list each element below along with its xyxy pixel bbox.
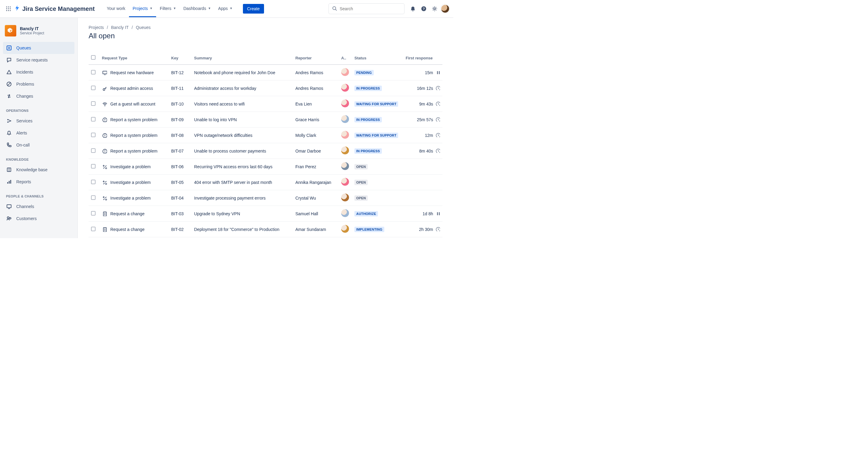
- row-checkbox[interactable]: [91, 180, 96, 184]
- column-header[interactable]: Summary: [192, 52, 293, 64]
- row-checkbox[interactable]: [91, 70, 96, 74]
- column-header[interactable]: Key: [169, 52, 192, 64]
- table-row[interactable]: Request a change BIT-01 Production syste…: [89, 237, 442, 238]
- assignee-avatar[interactable]: [341, 115, 349, 123]
- issue-key[interactable]: BIT-07: [169, 143, 192, 159]
- settings-icon[interactable]: [430, 4, 439, 13]
- sidebar-item-service-requests[interactable]: Service requests: [3, 54, 74, 66]
- status-badge[interactable]: OPEN: [354, 164, 368, 170]
- row-checkbox[interactable]: [91, 195, 96, 200]
- row-checkbox[interactable]: [91, 117, 96, 121]
- issue-key[interactable]: BIT-11: [169, 81, 192, 96]
- summary[interactable]: Administrator access for workday: [192, 81, 293, 96]
- search-input[interactable]: [340, 6, 401, 11]
- sidebar-item-channels[interactable]: Channels: [3, 201, 74, 213]
- row-checkbox[interactable]: [91, 101, 96, 106]
- app-switcher-icon[interactable]: [4, 4, 13, 13]
- assignee-avatar[interactable]: [341, 178, 349, 186]
- table-row[interactable]: Report a system problem BIT-09 Unable to…: [89, 112, 442, 127]
- column-header[interactable]: Request Type: [99, 52, 169, 64]
- assignee-avatar[interactable]: [341, 225, 349, 233]
- issue-key[interactable]: BIT-06: [169, 159, 192, 175]
- row-checkbox[interactable]: [91, 164, 96, 169]
- nav-dashboards[interactable]: Dashboards▼: [180, 0, 214, 17]
- status-badge[interactable]: IN PROGRESS: [354, 148, 382, 154]
- table-row[interactable]: Investigate a problem BIT-05 404 error w…: [89, 175, 442, 190]
- breadcrumb-project[interactable]: Bancly IT: [111, 25, 128, 30]
- table-row[interactable]: Get a guest wifi account BIT-10 Visitors…: [89, 96, 442, 112]
- table-row[interactable]: Request a change BIT-03 Upgrade to Sydne…: [89, 206, 442, 221]
- table-row[interactable]: Request a change BIT-02 Deployment 18 fo…: [89, 221, 442, 237]
- table-row[interactable]: Report a system problem BIT-08 VPN outag…: [89, 127, 442, 143]
- status-badge[interactable]: IN PROGRESS: [354, 86, 382, 91]
- nav-your-work[interactable]: Your work: [103, 0, 129, 17]
- sidebar-item-knowledge-base[interactable]: Knowledge base: [3, 164, 74, 176]
- table-row[interactable]: Investigate a problem BIT-06 Recurring V…: [89, 159, 442, 175]
- product-logo[interactable]: Jira Service Management: [14, 5, 95, 13]
- status-badge[interactable]: AUTHORIZE: [354, 211, 378, 216]
- row-checkbox[interactable]: [91, 227, 96, 231]
- status-badge[interactable]: PENDING: [354, 70, 374, 75]
- breadcrumb-projects[interactable]: Projects: [89, 25, 104, 30]
- column-header[interactable]: A..: [339, 52, 352, 64]
- summary[interactable]: Production system upgrade: [192, 237, 293, 238]
- nav-apps[interactable]: Apps▼: [215, 0, 236, 17]
- global-search[interactable]: [329, 3, 404, 14]
- row-checkbox[interactable]: [91, 148, 96, 153]
- issue-key[interactable]: BIT-04: [169, 190, 192, 206]
- nav-projects[interactable]: Projects▼: [129, 0, 156, 17]
- row-checkbox[interactable]: [91, 133, 96, 137]
- assignee-avatar[interactable]: [341, 68, 349, 76]
- status-badge[interactable]: OPEN: [354, 180, 368, 185]
- sidebar-item-queues[interactable]: Queues: [3, 42, 74, 54]
- create-button[interactable]: Create: [243, 4, 264, 13]
- summary[interactable]: Unable to log into VPN: [192, 112, 293, 127]
- nav-filters[interactable]: Filters▼: [156, 0, 180, 17]
- summary[interactable]: Notebook and phone required for John Doe: [192, 64, 293, 81]
- column-header[interactable]: [89, 52, 99, 64]
- table-row[interactable]: Report a system problem BIT-07 Unable to…: [89, 143, 442, 159]
- breadcrumb-queues[interactable]: Queues: [136, 25, 151, 30]
- summary[interactable]: Deployment 18 for "Commerce" to Producti…: [192, 221, 293, 237]
- profile-avatar[interactable]: [441, 4, 450, 13]
- assignee-avatar[interactable]: [341, 147, 349, 154]
- issue-key[interactable]: BIT-03: [169, 206, 192, 221]
- assignee-avatar[interactable]: [341, 193, 349, 201]
- summary[interactable]: Upgrade to Sydney VPN: [192, 206, 293, 221]
- status-badge[interactable]: IN PROGRESS: [354, 117, 382, 122]
- summary[interactable]: 404 error with SMTP server in past month: [192, 175, 293, 190]
- column-header[interactable]: First response: [403, 52, 442, 64]
- table-row[interactable]: Request new hardware BIT-12 Notebook and…: [89, 64, 442, 81]
- issue-key[interactable]: BIT-05: [169, 175, 192, 190]
- project-header[interactable]: Bancly IT Service Project: [3, 24, 74, 42]
- sidebar-item-customers[interactable]: Customers: [3, 213, 74, 224]
- table-row[interactable]: Investigate a problem BIT-04 Investigate…: [89, 190, 442, 206]
- status-badge[interactable]: OPEN: [354, 195, 368, 201]
- summary[interactable]: VPN outage/network difficulties: [192, 127, 293, 143]
- issue-key[interactable]: BIT-09: [169, 112, 192, 127]
- notifications-icon[interactable]: [408, 4, 418, 13]
- issue-key[interactable]: BIT-01: [169, 237, 192, 238]
- issue-key[interactable]: BIT-10: [169, 96, 192, 112]
- table-row[interactable]: Request admin access BIT-11 Administrato…: [89, 81, 442, 96]
- status-badge[interactable]: IMPLEMENTING: [354, 227, 384, 232]
- assignee-avatar[interactable]: [341, 99, 349, 107]
- assignee-avatar[interactable]: [341, 209, 349, 217]
- summary[interactable]: Investigate processing payment errors: [192, 190, 293, 206]
- issue-key[interactable]: BIT-08: [169, 127, 192, 143]
- issue-key[interactable]: BIT-12: [169, 64, 192, 81]
- assignee-avatar[interactable]: [341, 162, 349, 170]
- sidebar-item-alerts[interactable]: Alerts: [3, 127, 74, 139]
- sidebar-item-services[interactable]: Services: [3, 115, 74, 127]
- summary[interactable]: Unable to process customer payments: [192, 143, 293, 159]
- summary[interactable]: Recurring VPN access errors last 60 days: [192, 159, 293, 175]
- summary[interactable]: Visitors need access to wifi: [192, 96, 293, 112]
- assignee-avatar[interactable]: [341, 131, 349, 139]
- assignee-avatar[interactable]: [341, 84, 349, 92]
- select-all-checkbox[interactable]: [91, 55, 96, 60]
- status-badge[interactable]: WAITING FOR SUPPORT: [354, 101, 398, 107]
- issue-key[interactable]: BIT-02: [169, 221, 192, 237]
- sidebar-item-changes[interactable]: Changes: [3, 90, 74, 102]
- column-header[interactable]: Reporter: [293, 52, 339, 64]
- help-icon[interactable]: [419, 4, 429, 13]
